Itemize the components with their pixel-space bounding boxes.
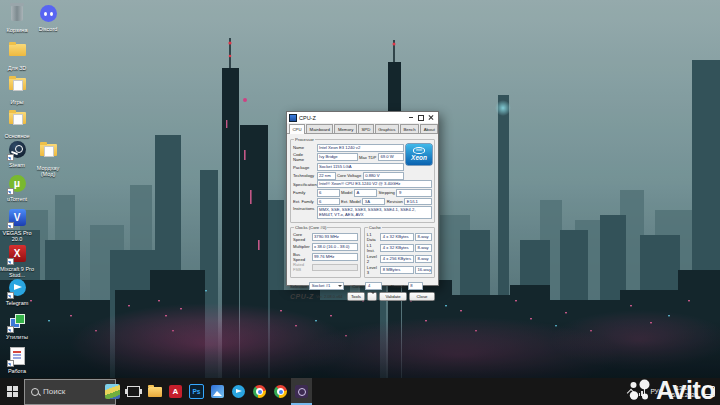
taskbar-pinned-colorful-app[interactable] (102, 378, 123, 405)
value-core-voltage: 0.880 V (363, 172, 404, 180)
field-multiplier: Multiplier x 38.0 (16.0 - 38.0) (293, 243, 358, 251)
field-rated-fsb: Rated FSB (293, 262, 358, 272)
icon-label: Steam (0, 162, 34, 168)
desktop-icon-utorrent[interactable]: µ uTorrent (0, 174, 34, 202)
colorful-app-icon (105, 384, 120, 399)
adobe-icon: A (169, 385, 182, 398)
folder-icon (40, 144, 57, 156)
value-revision: E1/L1 (404, 198, 432, 206)
desktop-icon-folder-3d[interactable]: Для 3D (0, 40, 34, 71)
task-view-button[interactable] (123, 378, 144, 405)
taskbar-chrome-2[interactable] (270, 378, 291, 405)
taskbar-cpuz-active[interactable] (291, 378, 312, 405)
validate-button[interactable]: Validate (379, 292, 407, 301)
ways-l1-inst: 8-way (415, 244, 432, 252)
search-placeholder: Поиск (43, 387, 65, 396)
field-ext-family: Ext. Family 6 Ext. Model 3A Revision E1/… (293, 198, 432, 206)
chevron-down-icon (371, 292, 375, 299)
desktop-icon-telegram[interactable]: Telegram (0, 278, 34, 306)
group-legend: Processor (294, 137, 315, 142)
shortcut-arrow-icon (7, 154, 14, 161)
desktop-icon-steam[interactable]: Steam (0, 140, 34, 168)
shortcut-arrow-icon (7, 258, 14, 265)
shortcut-arrow-icon (7, 326, 14, 333)
value-model: A (354, 189, 377, 197)
file-explorer-icon (148, 387, 162, 397)
taskbar-photos[interactable] (207, 378, 228, 405)
field-core-speed: Core Speed 3790.93 MHz (293, 232, 358, 242)
task-view-icon (127, 386, 140, 397)
desktop-icon-discord[interactable]: Discord (31, 4, 65, 32)
icon-label: Discord (31, 26, 65, 32)
photoshop-icon: Ps (189, 384, 204, 399)
xeon-logo-text: Xeon (411, 154, 427, 161)
cpuz-taskbar-icon (295, 385, 308, 398)
ways-level2: 8-way (415, 255, 432, 263)
value-ext-model: 3A (362, 198, 385, 206)
icon-label: Mixcraft 9 Pro Stud... (0, 266, 34, 278)
cpuz-body: Processor intel Xeon Name Intel Xeon E3 … (287, 134, 438, 304)
language-indicator[interactable]: РУС (650, 388, 663, 395)
icon-label: Утилиты (0, 334, 34, 340)
group-legend: Clocks (Core #0) (294, 225, 327, 230)
value-core-speed: 3790.93 MHz (312, 233, 358, 241)
close-button[interactable]: Close (409, 292, 435, 301)
taskbar-clock[interactable]: 13:16 05.11.2023 (668, 385, 698, 399)
hidden-icons-chevron-icon[interactable] (627, 388, 635, 396)
cpuz-footer-logo: CPU-Z (290, 293, 314, 300)
processor-group: Processor intel Xeon Name Intel Xeon E3 … (290, 139, 435, 223)
socket-selection-dropdown[interactable]: Socket #1 (309, 282, 344, 290)
network-icon[interactable] (639, 388, 646, 396)
icon-label: VEGAS Pro 20.0 (0, 230, 34, 242)
version-text: Ver. 2.08.0.x64 (316, 294, 343, 299)
tab-mainboard[interactable]: Mainboard (306, 124, 333, 133)
selection-row: Selection Socket #1 Cores 4 Threads 8 (290, 282, 435, 290)
value-instructions: MMX, SSE, SSE2, SSE3, SSSE3, SSE4.1, SSE… (317, 206, 433, 219)
tools-button[interactable]: Tools (347, 292, 365, 301)
field-bus-speed: Bus Speed 99.76 MHz (293, 252, 358, 262)
desktop-icon-recycle-bin[interactable]: Корзина (0, 4, 34, 33)
start-button[interactable] (0, 378, 24, 405)
tab-graphics[interactable]: Graphics (375, 124, 399, 133)
desktop-icon-folder-mod[interactable]: Мордхау (Мод) (31, 140, 65, 177)
tab-spd[interactable]: SPD (358, 124, 374, 133)
tab-memory[interactable]: Memory (334, 124, 357, 133)
cpuz-titlebar[interactable]: CPU-Z (287, 112, 438, 123)
maximize-icon[interactable] (416, 113, 426, 122)
value-technology: 22 nm (317, 172, 336, 180)
tab-bench[interactable]: Bench (400, 124, 419, 133)
socket-selection-value: Socket #1 (312, 283, 331, 289)
telegram-icon (232, 385, 245, 398)
desktop-icon-mixcraft[interactable]: X Mixcraft 9 Pro Stud... (0, 244, 34, 278)
desktop-icon-folder-games[interactable]: Игры (0, 74, 34, 105)
tab-about[interactable]: About (420, 124, 438, 133)
chrome-icon (253, 385, 266, 398)
value-multiplier: x 38.0 (16.0 - 38.0) (312, 243, 358, 251)
photos-icon (211, 385, 224, 398)
desktop-icon-document[interactable]: Работа (0, 346, 34, 374)
field-level2: Level 2 4 x 256 KBytes 8-way (367, 254, 432, 264)
close-icon[interactable] (426, 113, 436, 122)
icon-label: Основное (0, 133, 34, 139)
action-center-icon[interactable] (703, 386, 715, 397)
value-code-name: Ivy Bridge (317, 153, 358, 161)
ways-level3: 16-way (415, 266, 432, 274)
field-level3: Level 3 8 MBytes 16-way (367, 265, 432, 275)
desktop-icon-utilities[interactable]: Утилиты (0, 312, 34, 340)
desktop-icon-vegas-pro[interactable]: V VEGAS Pro 20.0 (0, 208, 34, 242)
cpuz-footer: CPU-Z Ver. 2.08.0.x64 Tools Validate Clo… (290, 290, 435, 302)
taskbar-photoshop[interactable]: Ps (186, 378, 207, 405)
field-family: Family 6 Model A Stepping 9 (293, 189, 432, 197)
taskbar-adobe[interactable]: A (165, 378, 186, 405)
icon-label: Для 3D (0, 65, 34, 71)
taskbar-file-explorer[interactable] (144, 378, 165, 405)
field-l1-data: L1 Data 4 x 32 KBytes 8-way (367, 232, 432, 242)
minimize-icon[interactable] (406, 113, 416, 122)
desktop-icon-folder-main[interactable]: Основное (0, 108, 34, 139)
taskbar-telegram[interactable] (228, 378, 249, 405)
taskbar-chrome[interactable] (249, 378, 270, 405)
tools-dropdown-button[interactable] (367, 292, 377, 301)
tab-cpu[interactable]: CPU (289, 124, 305, 134)
icon-label: Работа (0, 368, 34, 374)
chevron-down-icon (338, 285, 342, 287)
